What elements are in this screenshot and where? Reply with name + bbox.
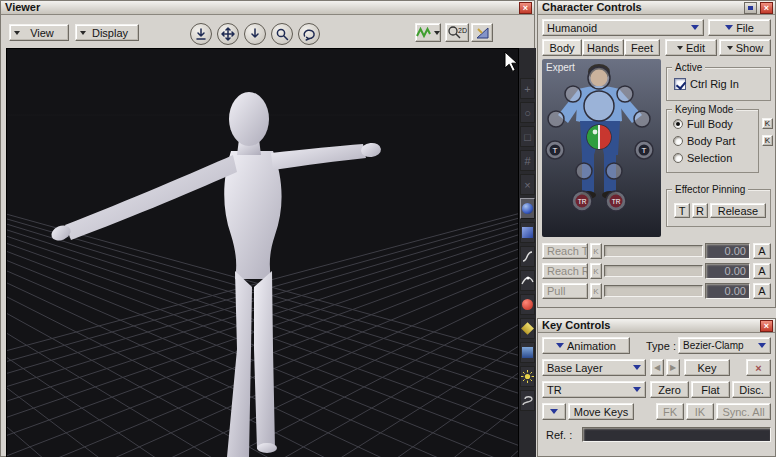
pull-value[interactable]: 0.00 [705,283,750,299]
key-button[interactable]: Key [684,359,730,376]
reach-r-slider[interactable] [604,265,703,277]
character-controls-titlebar[interactable]: Character Controls × [538,1,775,15]
translate-tool-button[interactable]: ○ [520,102,535,123]
snap-mode-button[interactable] [415,23,441,42]
zoom-button[interactable] [271,23,293,45]
key-group-dropdown[interactable]: TR [542,381,646,398]
cube-display-button[interactable] [520,222,535,243]
right-knee-effector[interactable] [606,163,622,179]
reach-r-k-button[interactable]: K [590,263,602,279]
animation-menu-button[interactable]: Animation [542,337,630,354]
next-key-button[interactable]: ▶ [666,359,680,376]
flat-button[interactable]: Flat [691,381,730,398]
k-button-body-part[interactable]: K [762,135,773,146]
chest-effector[interactable] [584,91,614,121]
character-source-dropdown[interactable]: Humanoid [542,19,704,36]
sphere-display-button[interactable] [520,198,535,219]
tab-feet[interactable]: Feet [624,39,660,56]
draw-tool-button[interactable] [471,23,493,42]
move-keys-button[interactable]: Move Keys [568,403,634,420]
sync-all-button[interactable]: Sync. All [716,403,771,420]
reach-t-label-button[interactable]: Reach T [542,243,588,259]
left-shoulder-effector[interactable] [565,86,581,102]
key-marker-button[interactable] [520,318,535,339]
curve-tool-button[interactable] [520,246,535,267]
scale-tool-button[interactable]: # [520,150,535,171]
reach-t-a-button[interactable]: A [753,243,771,259]
sun-icon [521,370,534,383]
record-button[interactable] [520,294,535,315]
interpolation-type-dropdown[interactable]: Bezier-Clamp [678,337,771,354]
pin-t-button[interactable]: T [674,203,690,218]
pan-button[interactable] [217,23,239,45]
orbit-button[interactable] [298,23,320,45]
pull-a-button[interactable]: A [753,283,771,299]
chevron-down-icon [691,25,699,30]
left-knee-effector[interactable] [576,163,592,179]
radio-full-body[interactable] [673,119,683,129]
radio-body-part[interactable] [673,136,683,146]
fk-button[interactable]: FK [656,403,684,420]
tab-body[interactable]: Body [542,39,582,56]
file-menu-button[interactable]: File [708,19,771,36]
square-icon: □ [524,131,531,143]
tab-hands[interactable]: Hands [582,39,624,56]
chevron-down-icon [14,31,20,35]
camera-view-button[interactable] [520,342,535,363]
character-controls-close-icon[interactable]: × [760,2,773,14]
reach-r-a-button[interactable]: A [753,263,771,279]
right-shoulder-effector[interactable] [617,86,633,102]
camera-icon [522,347,533,358]
tangent-tool-button[interactable] [520,270,535,291]
viewer-titlebar[interactable]: Viewer × [1,1,534,15]
light-button[interactable] [520,366,535,387]
key-controls-titlebar[interactable]: Key Controls × [538,319,775,333]
disc-button[interactable]: Disc. [732,381,771,398]
k-button-full-body[interactable]: K [762,118,773,129]
left-elbow-effector[interactable] [548,111,564,127]
radio-selection[interactable] [673,153,683,163]
layer-dropdown[interactable]: Base Layer [542,359,646,376]
zero-button[interactable]: Zero [650,381,689,398]
edit-menu-label: Edit [686,42,705,54]
reach-t-k-button[interactable]: K [590,243,602,259]
display-menu-button[interactable]: Display [75,24,139,41]
dolly-button[interactable] [244,23,266,45]
hips-effector[interactable] [587,125,611,149]
key-controls-close-icon[interactable]: × [760,320,773,332]
show-menu-button[interactable]: Show [719,39,771,56]
zoom-2d-button[interactable]: 2D [445,23,469,42]
ik-button[interactable]: IK [686,403,714,420]
delete-key-button[interactable]: × [746,359,771,376]
reach-t-value[interactable]: 0.00 [705,243,750,259]
character-representation[interactable]: T T TR TR Expert [542,59,661,237]
edit-menu-button[interactable]: Edit [665,39,717,56]
expert-menu[interactable]: Expert [546,62,575,73]
view-menu-button[interactable]: View [9,24,69,41]
diamond-icon [521,322,534,335]
delete-tool-button[interactable]: × [520,174,535,195]
reach-r-value[interactable]: 0.00 [705,263,750,279]
ref-field[interactable] [582,427,771,442]
release-button[interactable]: Release [710,203,766,218]
right-elbow-effector[interactable] [634,111,650,127]
reach-r-label-button[interactable]: Reach R [542,263,588,279]
ctrl-rig-in-checkbox[interactable] [674,78,686,90]
pin-r-button[interactable]: R [692,203,708,218]
pull-label-button[interactable]: Pull [542,283,588,299]
spring-tool-button[interactable] [520,390,535,411]
dock-icon[interactable] [744,2,757,14]
reach-t-slider[interactable] [604,245,703,257]
prev-key-button[interactable]: ◀ [650,359,664,376]
viewport-3d[interactable] [6,48,519,457]
delete-x-icon: × [755,362,761,374]
view-menu-label: View [30,27,54,39]
select-tool-button[interactable]: + [520,78,535,99]
viewer-close-icon[interactable]: × [519,2,532,14]
rotate-tool-button[interactable]: □ [520,126,535,147]
head-effector[interactable] [588,67,610,89]
pull-k-button[interactable]: K [590,283,602,299]
move-keys-mode-dropdown[interactable] [542,403,566,420]
frame-all-button[interactable] [190,23,212,45]
pull-slider[interactable] [604,285,703,297]
